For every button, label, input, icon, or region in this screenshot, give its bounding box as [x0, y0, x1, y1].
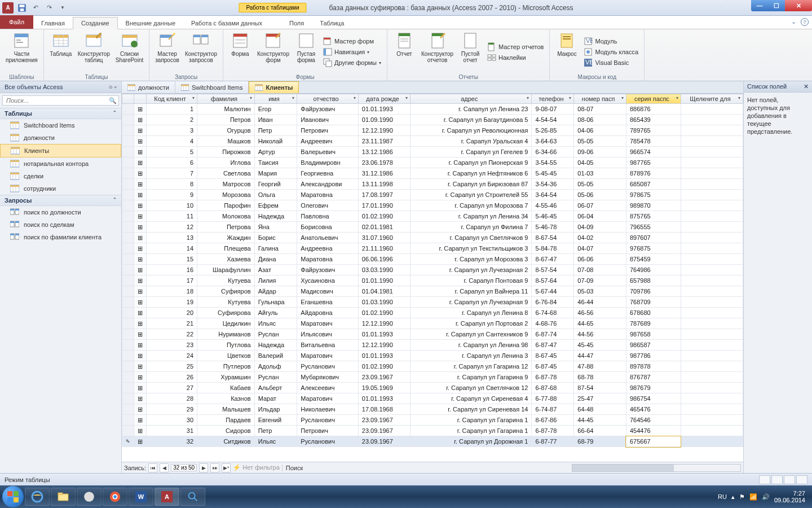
tray-lang[interactable]: RU	[718, 493, 727, 500]
cell[interactable]: Хазиева	[197, 254, 255, 265]
cell[interactable]: Борис	[254, 233, 297, 243]
row-selector[interactable]	[122, 190, 134, 200]
cell[interactable]: 976875	[626, 243, 681, 254]
row-selector[interactable]	[122, 243, 134, 254]
cell[interactable]: 986754	[626, 393, 681, 404]
cell[interactable]: г. Сарапул ул Гагарина 9	[411, 372, 532, 383]
cell[interactable]: 27	[147, 383, 197, 393]
cell[interactable]	[681, 147, 743, 157]
recnav-last-button[interactable]: ⏭	[210, 463, 219, 472]
cell[interactable]: 5	[147, 147, 197, 157]
cell[interactable]: 21	[147, 318, 197, 329]
cell[interactable]: 06-04	[574, 211, 626, 222]
cell[interactable]: 878976	[626, 168, 681, 179]
cell[interactable]: 19.05.1969	[358, 383, 410, 393]
cell[interactable]: Таисия	[254, 157, 297, 168]
cell[interactable]: г. Сарапул ул Портовая 2	[411, 318, 532, 329]
cell[interactable]: 8-67-86	[532, 415, 574, 426]
expand-toggle[interactable]: ⊞	[134, 351, 147, 361]
cell[interactable]: 01.09.1990	[358, 115, 410, 125]
cell[interactable]: Адольф	[254, 361, 297, 372]
expand-toggle[interactable]: ⊞	[134, 222, 147, 233]
cell[interactable]: г. Сарапул Уральская 4	[411, 136, 532, 147]
file-tab[interactable]: Файл	[0, 15, 33, 29]
cell[interactable]: 675667	[626, 436, 681, 447]
expand-toggle[interactable]: ⊞	[134, 426, 147, 436]
cell[interactable]: 08-06	[574, 115, 626, 125]
cell[interactable]: 12.12.1990	[358, 318, 410, 329]
row-selector[interactable]	[122, 415, 134, 426]
query-wizard-button[interactable]: Мастер запросов	[153, 30, 182, 73]
cell[interactable]: 17	[147, 275, 197, 286]
row-selector[interactable]	[122, 200, 134, 211]
taskbar-explorer[interactable]	[51, 488, 76, 506]
labels-button[interactable]: Наклейки	[485, 52, 546, 63]
cell[interactable]: Витальевна	[297, 340, 359, 351]
cell[interactable]: Путлова	[197, 340, 255, 351]
cell[interactable]	[681, 115, 743, 125]
cell[interactable]: 5-67-44	[532, 286, 574, 297]
cell[interactable]: 897878	[626, 361, 681, 372]
cell[interactable]: г. Сарапул ул Морозова 7	[411, 200, 532, 211]
cell[interactable]: г. Сарапул ул Текстильщиков 3	[411, 243, 532, 254]
column-header[interactable]: имя▾	[254, 94, 297, 104]
column-header[interactable]: номер пасп▾	[574, 94, 626, 104]
cell[interactable]: 04-06	[574, 125, 626, 136]
cell[interactable]: 45-45	[574, 340, 626, 351]
cell[interactable]: г. Сарапул ул Сантехников 9	[411, 329, 532, 340]
cell[interactable]: 31.07.1960	[358, 233, 410, 243]
tray-clock[interactable]: 7:2709.06.2014	[774, 490, 805, 503]
tray-volume-icon[interactable]: 🔊	[762, 493, 770, 501]
cell[interactable]: Егор	[254, 104, 297, 115]
cell[interactable]: Лилия	[254, 275, 297, 286]
cell[interactable]: Андреевич	[297, 136, 359, 147]
cell[interactable]	[681, 125, 743, 136]
expand-toggle[interactable]: ⊞	[134, 243, 147, 254]
row-selector[interactable]	[122, 233, 134, 243]
cell[interactable]: 23.06.1978	[358, 157, 410, 168]
chart-view-button[interactable]	[796, 475, 807, 484]
dropdown-icon[interactable]: ▾	[250, 95, 252, 100]
cell[interactable]: Петр	[254, 125, 297, 136]
cell[interactable]	[681, 318, 743, 329]
row-selector[interactable]	[122, 254, 134, 265]
cell[interactable]: 796555	[626, 222, 681, 233]
cell[interactable]: 6-77-88	[532, 393, 574, 404]
cell[interactable]: Ильяс	[254, 436, 297, 447]
cell[interactable]: Суфиярова	[197, 308, 255, 318]
column-header[interactable]: серия паспс▾	[626, 94, 681, 104]
cell[interactable]: 22	[147, 329, 197, 340]
cell[interactable]: Мубарякович	[297, 372, 359, 383]
cell[interactable]: 01.02.1990	[358, 211, 410, 222]
cell[interactable]: Николай	[254, 136, 297, 147]
cell[interactable]: г. Сарапул ул Лучезарная 2	[411, 265, 532, 275]
row-selector[interactable]	[122, 297, 134, 308]
blank-report-button[interactable]: Пустой отчет	[457, 30, 484, 73]
row-selector[interactable]	[122, 286, 134, 297]
cell[interactable]: 7	[147, 168, 197, 179]
cell[interactable]: 03.03.1990	[358, 265, 410, 275]
report-wizard-button[interactable]: Мастер отчетов	[485, 42, 546, 52]
nav-search-input[interactable]	[3, 96, 107, 105]
dropdown-icon[interactable]: ▾	[292, 95, 294, 100]
cell[interactable]: Маратович	[297, 351, 359, 361]
tab-external-data[interactable]: Внешние данные	[118, 17, 183, 29]
cell[interactable]: 6-87-77	[532, 436, 574, 447]
cell[interactable]: Ольга	[254, 190, 297, 200]
cell[interactable]: 06-06	[574, 254, 626, 265]
cell[interactable]: Борисовна	[297, 222, 359, 233]
row-selector[interactable]	[122, 361, 134, 372]
maximize-button[interactable]: ☐	[768, 0, 785, 11]
cell[interactable]: Маратовна	[297, 254, 359, 265]
cell[interactable]: Жаждин	[197, 233, 255, 243]
cell[interactable]: Маратович	[297, 318, 359, 329]
expand-toggle[interactable]: ⊞	[134, 136, 147, 147]
cell[interactable]: 01.02.1990	[358, 361, 410, 372]
cell[interactable]: Георгий	[254, 179, 297, 190]
column-header[interactable]: телефон▾	[532, 94, 574, 104]
cell[interactable]: 3-64-54	[532, 190, 574, 200]
row-selector[interactable]	[122, 125, 134, 136]
row-selector[interactable]	[122, 351, 134, 361]
recnav-first-button[interactable]: ⏮	[148, 463, 157, 472]
row-selector[interactable]	[122, 168, 134, 179]
